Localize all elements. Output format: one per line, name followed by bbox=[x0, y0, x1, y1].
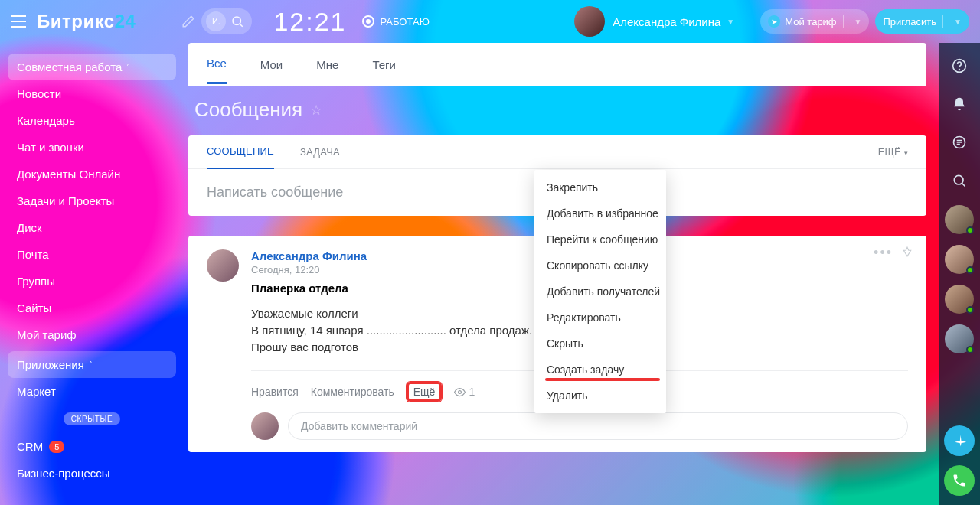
sidebar-item-tasks[interactable]: Задачи и Проекты bbox=[8, 187, 176, 214]
sidebar-item-bp[interactable]: Бизнес-процессы bbox=[8, 460, 176, 487]
sidebar: Совместная работа˄ Новости Календарь Чат… bbox=[0, 43, 184, 505]
post-author[interactable]: Александра Филина bbox=[251, 249, 532, 262]
hamburger-icon[interactable] bbox=[11, 15, 26, 28]
invite-button[interactable]: Пригласить ▼ bbox=[875, 9, 969, 34]
chevron-up-icon: ˄ bbox=[89, 360, 93, 369]
sidebar-group-apps[interactable]: Приложения˄ bbox=[8, 351, 176, 378]
record-icon bbox=[362, 15, 374, 28]
pencil-icon[interactable] bbox=[181, 15, 195, 28]
menu-goto[interactable]: Перейти к сообщению bbox=[534, 226, 666, 252]
comment-input[interactable]: Добавить комментарий bbox=[288, 412, 908, 440]
tab-tags[interactable]: Теги bbox=[372, 46, 396, 83]
rail-avatar-3[interactable] bbox=[945, 285, 974, 314]
menu-fav[interactable]: Добавить в избранное bbox=[534, 200, 666, 226]
crm-badge: 5 bbox=[49, 441, 64, 453]
menu-copylink[interactable]: Скопировать ссылку bbox=[534, 252, 666, 279]
svg-point-0 bbox=[233, 17, 241, 25]
chat-icon[interactable] bbox=[946, 129, 973, 156]
menu-addrecip[interactable]: Добавить получателей bbox=[534, 279, 666, 305]
compose-tab-task[interactable]: ЗАДАЧА bbox=[300, 135, 340, 168]
sidebar-item-calendar[interactable]: Календарь bbox=[8, 107, 176, 134]
post-time: Сегодня, 12:20 bbox=[251, 264, 532, 275]
user-menu[interactable]: Александра Филина ▼ bbox=[574, 6, 734, 37]
menu-edit[interactable]: Редактировать bbox=[534, 305, 666, 331]
menu-pin[interactable]: Закрепить bbox=[534, 174, 666, 200]
tab-my[interactable]: Мои bbox=[260, 46, 283, 83]
sidebar-item-disk[interactable]: Диск bbox=[8, 214, 176, 241]
chevron-down-icon: ▼ bbox=[954, 18, 962, 26]
tariff-button[interactable]: ➤ Мой тариф ▼ bbox=[760, 9, 869, 34]
rail-avatar-2[interactable] bbox=[945, 245, 974, 274]
paper-plane-icon: ➤ bbox=[768, 15, 780, 28]
search-input[interactable]: И. bbox=[201, 8, 252, 34]
tab-all[interactable]: Все bbox=[207, 44, 227, 84]
invite-label: Пригласить bbox=[883, 16, 936, 28]
page-title: Сообщения ☆ bbox=[188, 86, 926, 135]
clock[interactable]: 12:21 bbox=[273, 7, 346, 37]
work-status[interactable]: РАБОТАЮ bbox=[362, 15, 430, 28]
views-count: 1 bbox=[454, 386, 475, 398]
comment-button[interactable]: Комментировать bbox=[311, 386, 394, 398]
sidebar-item-docs[interactable]: Документы Онлайн bbox=[8, 161, 176, 187]
sidebar-hidden-sep[interactable]: СКРЫТЫЕ bbox=[8, 412, 176, 425]
compose-tab-message[interactable]: СООБЩЕНИЕ bbox=[207, 135, 274, 169]
sidebar-head-label: Совместная работа bbox=[17, 60, 122, 73]
rail-phone-icon[interactable] bbox=[944, 465, 975, 496]
user-name: Александра Филина bbox=[612, 15, 720, 28]
avatar bbox=[574, 6, 605, 37]
compose-tab-more[interactable]: ЕЩЁ bbox=[878, 135, 908, 168]
comment-avatar bbox=[251, 412, 279, 440]
chevron-down-icon: ▼ bbox=[854, 18, 862, 26]
sidebar-item-groups[interactable]: Группы bbox=[8, 268, 176, 295]
rail-avatar-1[interactable] bbox=[945, 205, 974, 234]
status-label: РАБОТАЮ bbox=[381, 16, 430, 28]
help-icon[interactable] bbox=[946, 52, 973, 80]
post-body: Уважаемые коллеги В пятницу, 14 января .… bbox=[251, 305, 532, 355]
sidebar-item-mail[interactable]: Почта bbox=[8, 241, 176, 268]
eye-icon bbox=[454, 386, 466, 398]
rail-avatar-4[interactable] bbox=[945, 324, 974, 354]
sidebar-item-news[interactable]: Новости bbox=[8, 80, 176, 107]
logo-text-a: Битрикс bbox=[37, 11, 115, 31]
post-context-menu: Закрепить Добавить в избранное Перейти к… bbox=[534, 170, 666, 413]
svg-point-1 bbox=[459, 390, 462, 393]
menu-create-task[interactable]: Создать задачу bbox=[534, 357, 666, 383]
search-initial: И. bbox=[206, 11, 226, 31]
sidebar-item-chat[interactable]: Чат и звонки bbox=[8, 134, 176, 161]
tab-tome[interactable]: Мне bbox=[316, 46, 338, 83]
pin-icon[interactable] bbox=[902, 246, 913, 259]
tariff-label: Мой тариф bbox=[785, 16, 836, 28]
sidebar-item-crm[interactable]: CRM 5 bbox=[8, 433, 176, 460]
svg-point-3 bbox=[959, 70, 960, 70]
chevron-up-icon: ˄ bbox=[126, 63, 130, 71]
post-more-button[interactable]: Ещё bbox=[407, 382, 443, 402]
right-rail bbox=[939, 43, 980, 505]
sidebar-item-tariff[interactable]: Мой тариф bbox=[8, 321, 176, 348]
menu-delete[interactable]: Удалить bbox=[534, 383, 666, 409]
star-icon[interactable]: ☆ bbox=[310, 102, 322, 119]
sidebar-group-collab[interactable]: Совместная работа˄ bbox=[8, 54, 176, 80]
post-title: Планерка отдела bbox=[251, 282, 532, 295]
rail-action-1[interactable] bbox=[944, 425, 975, 456]
sidebar-item-market[interactable]: Маркет bbox=[8, 378, 176, 405]
bell-icon[interactable] bbox=[946, 90, 973, 118]
chevron-down-icon: ▼ bbox=[727, 18, 734, 26]
menu-hide[interactable]: Скрыть bbox=[534, 331, 666, 357]
logo-text-b: 24 bbox=[115, 11, 136, 31]
logo[interactable]: Битрикс24 bbox=[37, 11, 136, 32]
search-rail-icon[interactable] bbox=[946, 167, 973, 194]
svg-point-5 bbox=[954, 175, 963, 184]
sidebar-item-sites[interactable]: Сайты bbox=[8, 295, 176, 321]
feed-tabs: Все Мои Мне Теги bbox=[188, 43, 926, 86]
like-button[interactable]: Нравится bbox=[251, 386, 299, 398]
post-menu-icon[interactable]: ••• bbox=[874, 245, 893, 261]
post-avatar[interactable] bbox=[207, 249, 239, 282]
search-icon bbox=[230, 15, 244, 28]
